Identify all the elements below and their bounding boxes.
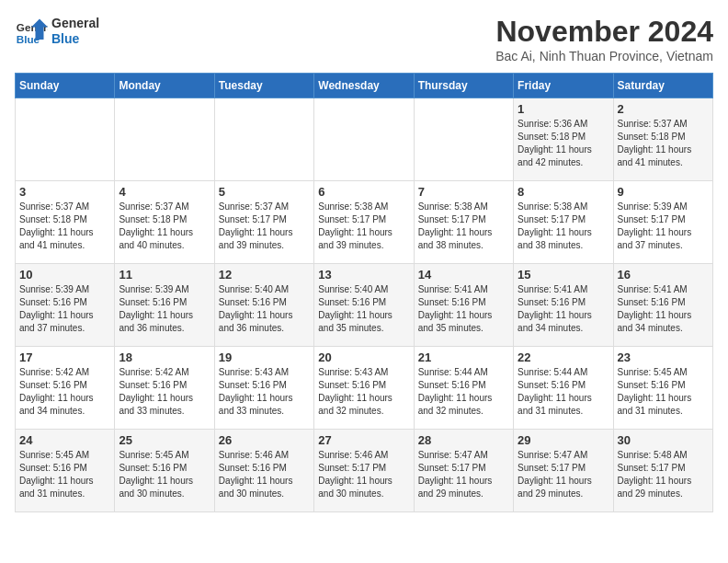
- cell-info: Sunrise: 5:48 AM Sunset: 5:17 PM Dayligh…: [618, 449, 709, 500]
- page-title: November 2024: [495, 15, 713, 49]
- cell-info: Sunrise: 5:36 AM Sunset: 5:18 PM Dayligh…: [518, 118, 609, 169]
- calendar-cell: 14Sunrise: 5:41 AM Sunset: 5:16 PM Dayli…: [414, 264, 513, 347]
- calendar-cell: 12Sunrise: 5:40 AM Sunset: 5:16 PM Dayli…: [214, 264, 313, 347]
- calendar-cell: 10Sunrise: 5:39 AM Sunset: 5:16 PM Dayli…: [16, 264, 115, 347]
- day-number: 12: [219, 268, 310, 282]
- day-number: 6: [318, 185, 409, 199]
- calendar-cell: 17Sunrise: 5:42 AM Sunset: 5:16 PM Dayli…: [16, 347, 115, 430]
- cell-info: Sunrise: 5:42 AM Sunset: 5:16 PM Dayligh…: [19, 366, 110, 418]
- cell-info: Sunrise: 5:37 AM Sunset: 5:18 PM Dayligh…: [618, 118, 709, 169]
- page-subtitle: Bac Ai, Ninh Thuan Province, Vietnam: [495, 49, 713, 63]
- cell-info: Sunrise: 5:41 AM Sunset: 5:16 PM Dayligh…: [618, 283, 709, 335]
- day-number: 29: [518, 433, 609, 447]
- calendar-cell: 19Sunrise: 5:43 AM Sunset: 5:16 PM Dayli…: [214, 347, 313, 430]
- header-friday: Friday: [514, 74, 613, 98]
- logo: General Blue General Blue: [15, 15, 99, 48]
- logo-line1: General: [51, 16, 99, 31]
- header-thursday: Thursday: [414, 74, 513, 98]
- day-number: 11: [119, 268, 210, 282]
- header-saturday: Saturday: [613, 74, 712, 98]
- header-tuesday: Tuesday: [214, 74, 313, 98]
- calendar-cell: 6Sunrise: 5:38 AM Sunset: 5:17 PM Daylig…: [314, 181, 414, 264]
- calendar-cell: 7Sunrise: 5:38 AM Sunset: 5:17 PM Daylig…: [414, 181, 513, 264]
- cell-info: Sunrise: 5:40 AM Sunset: 5:16 PM Dayligh…: [219, 283, 310, 335]
- calendar-cell: 8Sunrise: 5:38 AM Sunset: 5:17 PM Daylig…: [514, 181, 613, 264]
- page-header: General Blue General Blue November 2024 …: [15, 15, 713, 63]
- calendar-header: SundayMondayTuesdayWednesdayThursdayFrid…: [16, 74, 713, 98]
- day-number: 9: [618, 185, 709, 199]
- week-row-2: 10Sunrise: 5:39 AM Sunset: 5:16 PM Dayli…: [16, 264, 713, 347]
- cell-info: Sunrise: 5:37 AM Sunset: 5:17 PM Dayligh…: [219, 201, 310, 252]
- day-number: 18: [119, 350, 210, 364]
- calendar-cell: 18Sunrise: 5:42 AM Sunset: 5:16 PM Dayli…: [115, 347, 214, 430]
- day-number: 24: [19, 433, 110, 447]
- calendar-cell: [115, 98, 214, 181]
- calendar-cell: 4Sunrise: 5:37 AM Sunset: 5:18 PM Daylig…: [115, 181, 214, 264]
- cell-info: Sunrise: 5:41 AM Sunset: 5:16 PM Dayligh…: [518, 283, 609, 335]
- day-number: 19: [219, 350, 310, 364]
- day-number: 10: [19, 268, 110, 282]
- day-number: 2: [618, 102, 709, 116]
- calendar-cell: 1Sunrise: 5:36 AM Sunset: 5:18 PM Daylig…: [514, 98, 613, 181]
- calendar-cell: 9Sunrise: 5:39 AM Sunset: 5:17 PM Daylig…: [613, 181, 712, 264]
- day-number: 26: [219, 433, 310, 447]
- cell-info: Sunrise: 5:42 AM Sunset: 5:16 PM Dayligh…: [119, 366, 210, 418]
- day-number: 22: [518, 350, 609, 364]
- day-number: 15: [518, 268, 609, 282]
- calendar-cell: 24Sunrise: 5:45 AM Sunset: 5:16 PM Dayli…: [16, 430, 115, 512]
- cell-info: Sunrise: 5:45 AM Sunset: 5:16 PM Dayligh…: [618, 366, 709, 418]
- calendar-cell: 23Sunrise: 5:45 AM Sunset: 5:16 PM Dayli…: [613, 347, 712, 430]
- day-number: 30: [618, 433, 709, 447]
- header-row: SundayMondayTuesdayWednesdayThursdayFrid…: [16, 74, 713, 98]
- cell-info: Sunrise: 5:39 AM Sunset: 5:16 PM Dayligh…: [19, 283, 110, 335]
- week-row-4: 24Sunrise: 5:45 AM Sunset: 5:16 PM Dayli…: [16, 430, 713, 512]
- cell-info: Sunrise: 5:38 AM Sunset: 5:17 PM Dayligh…: [318, 201, 409, 252]
- logo-line2: Blue: [51, 31, 99, 47]
- day-number: 5: [219, 185, 310, 199]
- cell-info: Sunrise: 5:37 AM Sunset: 5:18 PM Dayligh…: [19, 201, 110, 252]
- calendar-cell: 28Sunrise: 5:47 AM Sunset: 5:17 PM Dayli…: [414, 430, 513, 512]
- day-number: 20: [318, 350, 409, 364]
- calendar-cell: 15Sunrise: 5:41 AM Sunset: 5:16 PM Dayli…: [514, 264, 613, 347]
- cell-info: Sunrise: 5:38 AM Sunset: 5:17 PM Dayligh…: [418, 201, 509, 252]
- day-number: 1: [518, 102, 609, 116]
- cell-info: Sunrise: 5:40 AM Sunset: 5:16 PM Dayligh…: [318, 283, 409, 335]
- calendar-body: 1Sunrise: 5:36 AM Sunset: 5:18 PM Daylig…: [16, 98, 713, 512]
- cell-info: Sunrise: 5:45 AM Sunset: 5:16 PM Dayligh…: [19, 449, 110, 500]
- day-number: 3: [19, 185, 110, 199]
- week-row-0: 1Sunrise: 5:36 AM Sunset: 5:18 PM Daylig…: [16, 98, 713, 181]
- calendar-cell: 27Sunrise: 5:46 AM Sunset: 5:17 PM Dayli…: [314, 430, 414, 512]
- day-number: 21: [418, 350, 509, 364]
- day-number: 28: [418, 433, 509, 447]
- week-row-3: 17Sunrise: 5:42 AM Sunset: 5:16 PM Dayli…: [16, 347, 713, 430]
- cell-info: Sunrise: 5:37 AM Sunset: 5:18 PM Dayligh…: [119, 201, 210, 252]
- cell-info: Sunrise: 5:43 AM Sunset: 5:16 PM Dayligh…: [318, 366, 409, 418]
- calendar-cell: [214, 98, 313, 181]
- cell-info: Sunrise: 5:47 AM Sunset: 5:17 PM Dayligh…: [418, 449, 509, 500]
- calendar-cell: 25Sunrise: 5:45 AM Sunset: 5:16 PM Dayli…: [115, 430, 214, 512]
- calendar-cell: 3Sunrise: 5:37 AM Sunset: 5:18 PM Daylig…: [16, 181, 115, 264]
- day-number: 16: [618, 268, 709, 282]
- day-number: 8: [518, 185, 609, 199]
- calendar-cell: 16Sunrise: 5:41 AM Sunset: 5:16 PM Dayli…: [613, 264, 712, 347]
- calendar-cell: 21Sunrise: 5:44 AM Sunset: 5:16 PM Dayli…: [414, 347, 513, 430]
- day-number: 7: [418, 185, 509, 199]
- cell-info: Sunrise: 5:47 AM Sunset: 5:17 PM Dayligh…: [518, 449, 609, 500]
- calendar-cell: [414, 98, 513, 181]
- day-number: 25: [119, 433, 210, 447]
- cell-info: Sunrise: 5:41 AM Sunset: 5:16 PM Dayligh…: [418, 283, 509, 335]
- day-number: 4: [119, 185, 210, 199]
- calendar-cell: 20Sunrise: 5:43 AM Sunset: 5:16 PM Dayli…: [314, 347, 414, 430]
- calendar-cell: 30Sunrise: 5:48 AM Sunset: 5:17 PM Dayli…: [613, 430, 712, 512]
- day-number: 17: [19, 350, 110, 364]
- cell-info: Sunrise: 5:39 AM Sunset: 5:17 PM Dayligh…: [618, 201, 709, 252]
- cell-info: Sunrise: 5:46 AM Sunset: 5:17 PM Dayligh…: [318, 449, 409, 500]
- day-number: 23: [618, 350, 709, 364]
- calendar-cell: 13Sunrise: 5:40 AM Sunset: 5:16 PM Dayli…: [314, 264, 414, 347]
- calendar-cell: 29Sunrise: 5:47 AM Sunset: 5:17 PM Dayli…: [514, 430, 613, 512]
- calendar-cell: 5Sunrise: 5:37 AM Sunset: 5:17 PM Daylig…: [214, 181, 313, 264]
- header-wednesday: Wednesday: [314, 74, 414, 98]
- week-row-1: 3Sunrise: 5:37 AM Sunset: 5:18 PM Daylig…: [16, 181, 713, 264]
- logo-icon: General Blue: [15, 15, 48, 48]
- cell-info: Sunrise: 5:46 AM Sunset: 5:16 PM Dayligh…: [219, 449, 310, 500]
